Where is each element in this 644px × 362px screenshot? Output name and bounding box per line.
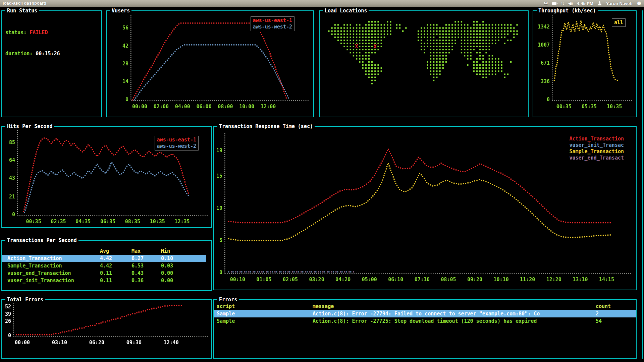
tps-cell-min: 0.00 [161,269,210,277]
tps-table-body: Action_Transaction4.426.270.10Sample_Tra… [2,255,210,284]
tps-header-min: Min [161,247,210,255]
panel-hits-per-second: Hits Per Second aws-us-east-1aws-us-west… [1,126,212,228]
os-top-bar: load-ascii dashboard ✉ ↑↓ ◀)) 4:45 PM Ya… [0,0,644,7]
duration-label: duration: [5,51,33,57]
panel-total-errors: Total Errors [1,299,212,359]
panel-errors: Errors script message count SampleAction… [213,299,637,359]
errors-table-header: script message count [214,303,636,310]
desktop: load-ascii dashboard ✉ ↑↓ ◀)) 4:45 PM Ya… [0,0,644,362]
tps-cell-name: vuser_end_Transaction [7,269,100,277]
tps-header-max: Max [131,247,161,255]
panel-vusers: Vusers aws-us-east-1aws-us-west-2 [106,10,314,117]
mail-icon[interactable]: ✉ [544,0,548,7]
clipped-panel-border [642,10,643,359]
legend-item: Action_Transaction [569,136,624,142]
error-cell-script: Sample [217,317,313,325]
panel-title: Vusers [110,8,131,14]
error-cell-count: 54 [596,317,636,325]
tps-cell-min: 0.10 [161,255,206,262]
volume-icon[interactable]: ◀)) [568,0,573,7]
total-errors-chart-canvas [2,300,211,358]
battery-icon[interactable] [552,2,556,5]
panel-title: Hits Per Second [5,123,54,129]
legend-item: aws-us-west-2 [253,24,292,30]
system-tray: ✉ ↑↓ ◀)) 4:45 PM Yaron Naveh ☸ [544,0,641,7]
panel-transaction-response-time: Transaction Response Time (sec) Action_T… [213,126,637,290]
tps-cell-name: Action_Transaction [7,255,100,262]
world-map-canvas [320,11,528,117]
error-row[interactable]: SampleAction.c(8): Error -27794: Failed … [214,310,636,317]
tps-cell-max: 6.53 [131,262,161,269]
errors-header-message: message [313,303,596,310]
legend-item: all [614,19,623,26]
tps-cell-name: vuser_init_Transaction [7,277,100,284]
errors-header-count: count [596,303,636,310]
tps-table-header: Avg Max Min [2,247,210,255]
error-cell-count: 2 [596,310,636,317]
tps-header-name [7,247,100,255]
chart-legend: aws-us-east-1aws-us-west-2 [155,136,199,150]
errors-table: script message count SampleAction.c(8): … [214,303,636,325]
throughput-chart-canvas [533,11,636,117]
panel-title: Transactions Per Second [5,237,78,243]
tps-cell-max: 6.27 [131,255,161,262]
status-value: FAILED [30,29,48,36]
panel-throughput: Throughput (kb/sec) all [533,10,637,117]
user-name[interactable]: Yaron Naveh [606,1,633,6]
panel-title: Run Status [5,8,39,14]
errors-table-body: SampleAction.c(8): Error -27794: Failed … [214,310,636,325]
legend-item: Sample_Transaction [569,148,624,155]
panel-load-locations: Load Locations [319,10,529,117]
panel-title: Transaction Response Time (sec) [217,123,315,129]
tps-row[interactable]: vuser_end_Transaction0.110.430.00 [2,269,210,277]
duration-value: 00:15:26 [36,51,60,57]
tps-cell-avg: 0.11 [100,277,131,284]
tps-row[interactable]: vuser_init_Transaction0.110.360.00 [2,277,210,284]
legend-item: aws-us-west-2 [157,143,196,149]
legend-item: aws-us-east-1 [157,137,196,143]
network-arrows-icon[interactable]: ↑↓ [561,0,564,7]
run-status-body: status: FAILED duration: 00:15:26 [5,15,60,71]
tps-row[interactable]: Sample_Transaction4.426.530.03 [2,262,210,269]
tps-table: Avg Max Min Action_Transaction4.426.270.… [2,247,210,284]
tps-cell-avg: 4.42 [100,255,131,262]
errors-header-script: script [217,303,313,310]
panel-title: Load Locations [323,8,369,14]
clock[interactable]: 4:45 PM [577,1,593,6]
chart-legend: aws-us-east-1aws-us-west-2 [251,16,294,31]
tps-cell-avg: 4.42 [100,262,131,269]
tps-row[interactable]: Action_Transaction4.426.270.10 [2,255,206,262]
tps-cell-max: 0.43 [131,269,161,277]
error-cell-message: Action.c(8): Error -27794: Failed to con… [313,310,596,317]
tps-cell-min: 0.00 [161,277,210,284]
error-row[interactable]: SampleAction.c(8): Error -27725: Step do… [214,317,636,325]
tps-cell-avg: 0.11 [100,269,131,277]
tps-header-avg: Avg [100,247,131,255]
chart-legend: Action_Transactionvuser_init_TransacSamp… [567,135,626,162]
tps-cell-max: 0.36 [131,277,161,284]
legend-item: aws-us-east-1 [253,17,292,24]
legend-item: vuser_init_Transac [569,142,624,148]
error-cell-message: Action.c(8): Error -27725: Step download… [313,317,596,325]
error-cell-script: Sample [217,310,313,317]
legend-item: vuser_end_Transact [569,155,624,161]
panel-title: Errors [217,297,239,303]
window-title: load-ascii dashboard [3,1,46,6]
user-icon[interactable] [598,1,602,5]
tps-cell-name: Sample_Transaction [7,262,100,269]
chart-legend: all [612,18,626,27]
status-label: status: [5,29,26,36]
panel-transactions-per-second: Transactions Per Second Avg Max Min Acti… [1,240,212,291]
panel-run-status: Run Status status: FAILED duration: 00:1… [1,10,102,117]
panel-title: Total Errors [5,297,45,303]
session-gear-icon[interactable]: ☸ [637,0,641,7]
panel-title: Throughput (kb/sec) [537,8,598,14]
tps-cell-min: 0.03 [161,262,210,269]
